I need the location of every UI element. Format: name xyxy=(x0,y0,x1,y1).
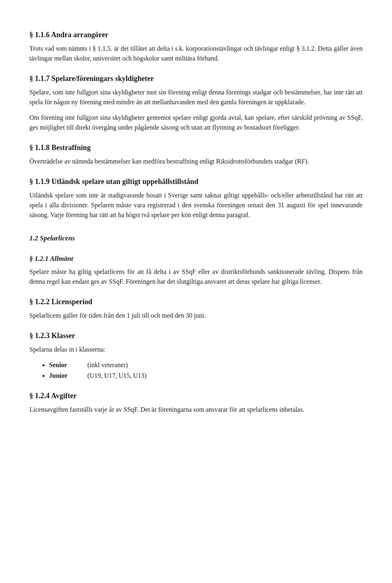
section-1-2-4: § 1.2.4 Avgifter Licensavgiften faststäl… xyxy=(29,390,363,415)
heading-1-2-2: § 1.2.2 Licensperiod xyxy=(29,296,363,307)
section-1-2-1: § 1.2.1 Allmänt Spelare måste ha giltig … xyxy=(29,253,363,287)
para-1-2-4-1: Licensavgiften fastställs varje år av SS… xyxy=(29,405,363,415)
heading-1-1-6: § 1.1.6 Andra arrangörer xyxy=(29,29,363,40)
para-1-1-8-1: Överträdelse av nämnda bestämmelser kan … xyxy=(29,157,363,166)
para-1-1-7-1: Spelare, som inte fullgjort sina skyldig… xyxy=(29,87,363,107)
heading-1-1-7: § 1.1.7 Spelare/föreningars skyldigheter xyxy=(29,73,363,84)
list-item-senior: Senior (inkl veteraner) xyxy=(49,360,363,370)
para-1-1-7-2: Om förening inte fullgjort sina skyldigh… xyxy=(29,113,363,132)
para-1-2-2-1: Spelarlicens gäller för tiden från den 1… xyxy=(29,311,363,321)
section-1-2-2: § 1.2.2 Licensperiod Spelarlicens gäller… xyxy=(29,296,363,321)
heading-1-2-1: § 1.2.1 Allmänt xyxy=(29,253,363,264)
junior-label: Junior xyxy=(49,371,86,381)
para-1-1-9-1: Utländsk spelare som inte är stadigvaran… xyxy=(29,191,363,220)
section-1-1-9: § 1.1.9 Utländsk spelare utan giltigt up… xyxy=(29,176,363,220)
section-1-1-7: § 1.1.7 Spelare/föreningars skyldigheter… xyxy=(29,73,363,132)
para-1-1-6-1: Trots vad som nämnts i § 1.1.5. är det t… xyxy=(29,44,363,63)
heading-1-2-4: § 1.2.4 Avgifter xyxy=(29,390,363,401)
heading-1-2: 1.2 Spelarlicens xyxy=(29,233,363,244)
heading-1-1-9: § 1.1.9 Utländsk spelare utan giltigt up… xyxy=(29,176,363,187)
junior-value: (U19, U17, U15, U13) xyxy=(87,371,147,381)
section-1-2: 1.2 Spelarlicens xyxy=(29,233,363,244)
para-1-2-1-1: Spelare måste ha giltig spelarlicens för… xyxy=(29,267,363,287)
section-1-2-3: § 1.2.3 Klasser Spelarna delas in i klas… xyxy=(29,330,363,381)
para-1-2-3-1: Spelarna delas in i klasserna: xyxy=(29,345,363,354)
heading-1-2-3: § 1.2.3 Klasser xyxy=(29,330,363,341)
heading-1-1-8: § 1.1.8 Bestraffning xyxy=(29,142,363,153)
document-body: § 1.1.6 Andra arrangörer Trots vad som n… xyxy=(29,29,363,415)
senior-label: Senior xyxy=(49,360,86,370)
section-1-1-6: § 1.1.6 Andra arrangörer Trots vad som n… xyxy=(29,29,363,63)
section-1-1-8: § 1.1.8 Bestraffning Överträdelse av näm… xyxy=(29,142,363,166)
senior-value: (inkl veteraner) xyxy=(87,360,128,370)
list-item-junior: Junior (U19, U17, U15, U13) xyxy=(49,371,363,381)
class-list: Senior (inkl veteraner) Junior (U19, U17… xyxy=(49,360,363,381)
